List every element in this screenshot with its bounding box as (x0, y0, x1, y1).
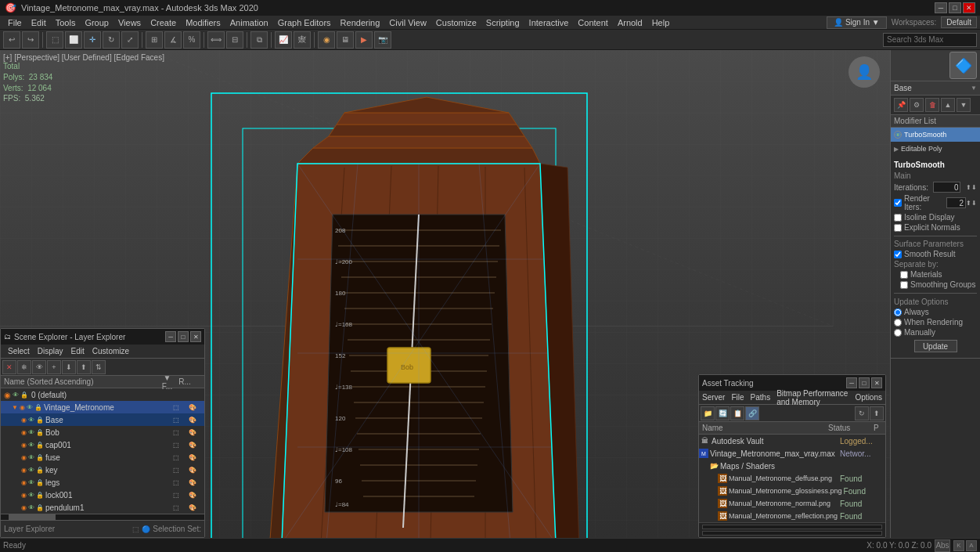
smooth-result-checkbox[interactable]: Smooth Result (894, 249, 977, 259)
select-object-btn[interactable]: ⬚ (46, 31, 63, 49)
render-frame-btn[interactable]: 📷 (374, 31, 391, 49)
at-window-controls[interactable]: ─ □ ✕ (846, 377, 882, 388)
explicit-normals-checkbox[interactable]: Explicit Normals (894, 222, 977, 233)
materials-check[interactable] (900, 271, 908, 279)
at-btn-4[interactable]: 🔗 (745, 406, 759, 420)
render-iters-check[interactable] (894, 199, 902, 207)
at-row-maps-folder[interactable]: 📂 Maps / Shaders (699, 460, 885, 472)
at-close-btn[interactable]: ✕ (871, 377, 882, 388)
auto-btn[interactable]: A (966, 540, 977, 551)
at-row-deffuse[interactable]: 🖼 Manual_Metronome_deffuse.png Found (699, 472, 885, 485)
snap-toggle[interactable]: ⊞ (146, 31, 163, 49)
update-button[interactable]: Update (914, 340, 957, 352)
menu-group[interactable]: Group (80, 16, 113, 30)
se-menu-display[interactable]: Display (34, 347, 67, 355)
at-btn-3[interactable]: 📋 (730, 406, 744, 420)
at-row-vault[interactable]: 🏛 Autodesk Vault Logged... (699, 435, 885, 447)
iterations-input[interactable] (933, 182, 960, 193)
at-menu-server[interactable]: Server (702, 393, 725, 402)
se-menu-select[interactable]: Select (4, 347, 34, 355)
menu-rendering[interactable]: Rendering (336, 16, 385, 30)
se-row-base[interactable]: ◉ 👁 🔒 Base ⬚ 🎨 (1, 413, 204, 426)
at-btn-right-2[interactable]: ⬆ (870, 406, 884, 420)
at-menu-file[interactable]: File (731, 393, 744, 402)
at-btn-right-1[interactable]: ↻ (855, 406, 869, 420)
se-menu-customize[interactable]: Customize (88, 347, 133, 355)
se-expand-btn[interactable]: ⬇ (62, 360, 76, 374)
modifier-turbosmooth[interactable]: 👁 TurboSmooth (891, 128, 980, 142)
material-editor-btn[interactable]: ◉ (318, 31, 335, 49)
iterations-spinner[interactable]: ⬆⬇ (966, 184, 977, 191)
isoline-checkbox[interactable]: Isoline Display (894, 212, 977, 222)
delete-mod-btn[interactable]: 🗑 (925, 98, 939, 112)
modifier-editable-poly[interactable]: ▶ Editable Poly (891, 142, 980, 156)
when-rendering-radio[interactable] (894, 319, 902, 327)
render-iters-spinner[interactable]: ⬆⬇ (966, 200, 977, 207)
angle-snap[interactable]: ∡ (164, 31, 182, 49)
at-row-reflection[interactable]: 🖼 Manual_Metronome_reflection.png Found (699, 510, 885, 522)
at-maximize-btn[interactable]: □ (859, 377, 870, 388)
scene-explorer-controls[interactable]: ─ □ ✕ (165, 331, 201, 342)
menu-customize[interactable]: Customize (431, 16, 481, 30)
se-selection-set-icon2[interactable]: 🔵 (142, 525, 150, 533)
se-row-fuse[interactable]: ◉ 👁 🔒 fuse ⬚ 🎨 (1, 451, 204, 464)
move-down-btn[interactable]: ▼ (957, 98, 971, 112)
minimize-button[interactable]: ─ (935, 2, 947, 13)
layer-manager-btn[interactable]: ⧉ (250, 31, 268, 49)
at-row-glossiness[interactable]: 🖼 Manual_Metronome_glossiness.png Found (699, 485, 885, 497)
se-row-pendulum1[interactable]: ◉ 👁 🔒 pendulum1 ⬚ 🎨 (1, 501, 204, 514)
menu-modifiers[interactable]: Modifiers (181, 16, 225, 30)
undo-button[interactable]: ↩ (3, 31, 20, 49)
se-minimize-btn[interactable]: ─ (165, 331, 176, 342)
smooth-result-check[interactable] (894, 251, 902, 258)
at-btn-1[interactable]: 📁 (701, 406, 715, 420)
menu-help[interactable]: Help (647, 16, 675, 30)
menu-tools[interactable]: Tools (51, 16, 81, 30)
menu-edit[interactable]: Edit (27, 16, 51, 30)
scale-btn[interactable]: ⤢ (121, 31, 139, 49)
se-hide-btn[interactable]: 👁 (32, 360, 46, 374)
close-button[interactable]: ✕ (963, 2, 975, 13)
schematic-view-btn[interactable]: 🕸 (294, 31, 311, 49)
absolute-mode-btn[interactable]: Abs (935, 539, 950, 552)
at-btn-2[interactable]: 🔄 (715, 406, 730, 420)
menu-interactive[interactable]: Interactive (524, 16, 574, 30)
scene-explorer-scrollbar[interactable] (1, 514, 204, 520)
se-selection-set-icon[interactable]: ⬚ (132, 525, 139, 533)
render-setup-btn[interactable]: 🖥 (337, 31, 354, 49)
se-row-key[interactable]: ◉ 👁 🔒 key ⬚ 🎨 (1, 464, 204, 476)
configure-btn[interactable]: ⚙ (910, 98, 924, 112)
se-collapse-btn[interactable]: ⬆ (77, 360, 91, 374)
at-row-normal[interactable]: 🖼 Manual_Metronome_normal.png Found (699, 497, 885, 510)
menu-arnold[interactable]: Arnold (613, 16, 647, 30)
se-sort-btn[interactable]: ⇅ (92, 360, 106, 374)
se-row-legs[interactable]: ◉ 👁 🔒 legs ⬚ 🎨 (1, 476, 204, 489)
menu-views[interactable]: Views (113, 16, 146, 30)
search-input[interactable] (883, 33, 977, 47)
modifier-list-dropdown[interactable]: ▼ (971, 85, 977, 92)
render-iters-checkbox[interactable]: Render Iters: (894, 194, 946, 211)
se-row-bob[interactable]: ◉ 👁 🔒 Bob ⬚ 🎨 (1, 426, 204, 438)
at-minimize-btn[interactable]: ─ (846, 377, 857, 388)
se-delete-btn[interactable]: ✕ (2, 360, 16, 374)
move-up-btn[interactable]: ▲ (941, 98, 955, 112)
se-close-btn[interactable]: ✕ (190, 331, 201, 342)
materials-checkbox[interactable]: Materials (894, 269, 977, 280)
isoline-check[interactable] (894, 214, 902, 222)
percent-snap[interactable]: % (183, 31, 200, 49)
menu-animation[interactable]: Animation (225, 16, 273, 30)
se-maximize-btn[interactable]: □ (178, 331, 189, 342)
workspace-selector[interactable]: Default (941, 16, 977, 28)
menu-content[interactable]: Content (573, 16, 613, 30)
at-menu-options[interactable]: Options (856, 393, 882, 402)
manually-radio[interactable] (894, 329, 902, 337)
always-radio[interactable] (894, 308, 902, 316)
move-btn[interactable]: ✛ (84, 31, 101, 49)
scene-explorer-titlebar[interactable]: 🗂 Scene Explorer - Layer Explorer ─ □ ✕ (1, 329, 204, 345)
se-row-lock001[interactable]: ◉ 👁 🔒 lock001 ⬚ 🎨 (1, 489, 204, 501)
se-row-cap001[interactable]: ◉ 👁 🔒 cap001 ⬚ 🎨 (1, 438, 204, 451)
mirror-btn[interactable]: ⟺ (207, 31, 225, 49)
menu-file[interactable]: File (3, 16, 27, 30)
smoothing-groups-check[interactable] (900, 281, 908, 289)
menu-scripting[interactable]: Scripting (481, 16, 524, 30)
